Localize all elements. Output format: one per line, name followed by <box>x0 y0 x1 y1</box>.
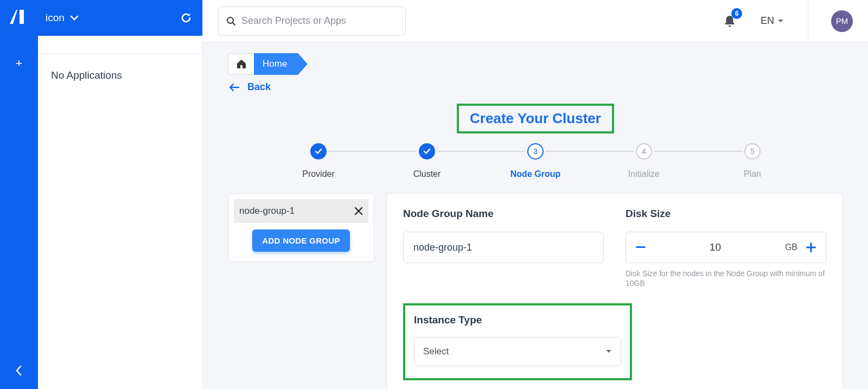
home-icon <box>236 59 247 69</box>
notifications-button[interactable]: 6 <box>720 11 739 31</box>
dropdown-icon <box>605 349 612 354</box>
project-name: icon <box>46 12 65 24</box>
page-title: Create Your Cluster <box>457 104 614 133</box>
step-label: Cluster <box>413 169 441 179</box>
minus-icon <box>636 246 646 248</box>
step-label: Node Group <box>510 169 560 179</box>
add-node-group-button[interactable]: ADD NODE GROUP <box>252 229 349 252</box>
project-sidebar: icon No Applications <box>38 0 203 389</box>
node-group-item[interactable]: node-group-1 <box>234 199 368 223</box>
no-applications-label: No Applications <box>51 69 189 81</box>
back-button[interactable]: Back <box>229 81 843 93</box>
search-input[interactable] <box>241 15 398 27</box>
refresh-button[interactable] <box>180 11 193 24</box>
language-label: EN <box>761 15 774 27</box>
instance-type-select[interactable]: Select <box>414 337 621 366</box>
notification-count: 6 <box>731 8 742 19</box>
node-group-list-panel: node-group-1 ADD NODE GROUP <box>228 193 374 262</box>
instance-type-label: Instance Type <box>414 314 621 326</box>
instance-type-block: Instance Type Select <box>403 303 632 380</box>
project-selector[interactable]: icon <box>46 12 79 24</box>
step-number: 5 <box>744 143 761 160</box>
stepper: Provider Cluster 3 Node Group 4 Initiali… <box>264 143 807 179</box>
svg-rect-0 <box>20 10 24 24</box>
step-label: Plan <box>744 169 761 179</box>
back-label: Back <box>247 81 271 93</box>
step-number: 3 <box>527 143 544 160</box>
check-icon <box>315 148 322 155</box>
check-icon <box>423 148 431 155</box>
step-cluster[interactable]: Cluster <box>373 143 481 179</box>
language-selector[interactable]: EN <box>761 15 784 27</box>
node-group-form-panel: Node Group Name Disk Size 10 GB <box>386 193 843 389</box>
svg-line-2 <box>233 23 235 25</box>
search-icon <box>226 16 236 26</box>
step-plan[interactable]: 5 Plan <box>698 143 807 179</box>
node-group-name-input[interactable] <box>403 232 604 263</box>
remove-node-group-button[interactable] <box>354 207 363 215</box>
logo <box>10 10 28 24</box>
step-node-group[interactable]: 3 Node Group <box>481 143 590 179</box>
disk-decrement-button[interactable] <box>636 246 646 248</box>
disk-increment-button[interactable] <box>806 243 816 252</box>
disk-value: 10 <box>710 241 721 253</box>
user-avatar[interactable]: PM <box>831 10 853 32</box>
arrow-left-icon <box>229 83 240 92</box>
dropdown-icon <box>777 19 784 23</box>
step-number: 4 <box>636 143 652 160</box>
disk-size-stepper: 10 GB <box>626 232 826 263</box>
step-initialize[interactable]: 4 Initialize <box>590 143 698 179</box>
breadcrumb-home[interactable] <box>228 53 254 75</box>
search-box[interactable] <box>218 7 406 36</box>
step-label: Initialize <box>628 169 660 179</box>
disk-hint: Disk Size for the nodes in the Node Grou… <box>626 269 826 288</box>
topbar: 6 EN PM <box>203 0 868 42</box>
breadcrumb: Home <box>228 53 843 75</box>
collapse-rail-button[interactable] <box>15 365 23 376</box>
breadcrumb-current[interactable]: Home <box>254 53 298 75</box>
step-label: Provider <box>302 169 335 179</box>
nav-rail: + <box>0 0 38 389</box>
svg-rect-3 <box>636 246 646 248</box>
disk-unit: GB <box>785 243 797 252</box>
disk-label: Disk Size <box>626 208 826 220</box>
node-group-item-label: node-group-1 <box>239 206 295 216</box>
plus-icon <box>806 243 816 252</box>
add-project-button[interactable]: + <box>16 56 23 71</box>
name-label: Node Group Name <box>403 208 604 220</box>
step-provider[interactable]: Provider <box>264 143 373 179</box>
svg-rect-5 <box>806 247 816 248</box>
close-icon <box>354 207 363 215</box>
instance-type-value: Select <box>423 346 449 357</box>
chevron-down-icon <box>70 15 79 21</box>
